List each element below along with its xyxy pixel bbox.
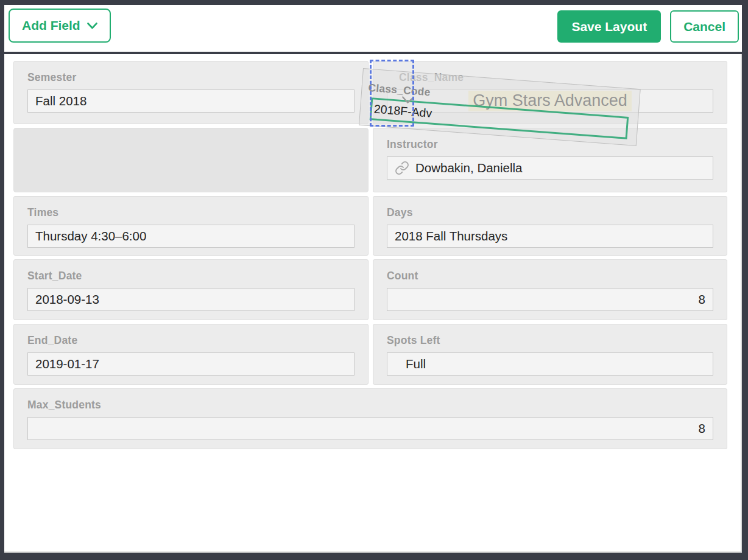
vacated-field-slot[interactable] (13, 128, 369, 192)
times-value: Thursday 4:30–6:00 (35, 229, 146, 243)
field-label: Semester (27, 71, 355, 84)
field-label: Instructor (387, 138, 713, 151)
instructor-input[interactable]: Dowbakin, Daniella (387, 156, 713, 180)
link-icon (395, 161, 409, 175)
chevron-down-icon (87, 23, 97, 29)
field-label: Max_Students (27, 399, 713, 411)
instructor-value: Dowbakin, Daniella (415, 161, 522, 175)
add-field-button[interactable]: Add Field (9, 9, 111, 43)
field-label: Spots Left (387, 334, 713, 347)
field-label: Days (387, 206, 713, 219)
count-input[interactable]: 8 (387, 288, 713, 311)
days-input[interactable]: 2018 Fall Thursdays (387, 225, 713, 248)
max-students-value: 8 (699, 421, 705, 436)
days-value: 2018 Fall Thursdays (395, 229, 507, 243)
add-field-label: Add Field (22, 18, 80, 33)
field-label: End_Date (27, 334, 355, 347)
start-date-input[interactable]: 2018-09-13 (27, 288, 355, 311)
field-semester: Semester Fall 2018 (13, 61, 369, 124)
field-days: Days 2018 Fall Thursdays (373, 196, 727, 256)
toolbar: Add Field Save Layout Cancel (4, 5, 742, 52)
field-max-students: Max_Students 8 (13, 388, 727, 449)
layout-editor: { "toolbar": { "add_field_label": "Add F… (0, 0, 748, 560)
start-date-value: 2018-09-13 (35, 292, 99, 307)
count-value: 8 (699, 292, 705, 307)
save-layout-button[interactable]: Save Layout (557, 10, 661, 43)
field-label: Times (27, 206, 355, 219)
semester-value: Fall 2018 (35, 94, 86, 108)
field-end-date: End_Date 2019-01-17 (13, 324, 369, 385)
field-label: Count (387, 270, 713, 282)
field-times: Times Thursday 4:30–6:00 (13, 196, 369, 256)
field-label: Start_Date (27, 270, 355, 282)
field-start-date: Start_Date 2018-09-13 (13, 259, 369, 320)
cancel-button[interactable]: Cancel (670, 10, 739, 43)
max-students-input[interactable]: 8 (27, 417, 713, 440)
times-input[interactable]: Thursday 4:30–6:00 (27, 225, 355, 248)
end-date-value: 2019-01-17 (35, 357, 99, 371)
spots-left-value: Full (406, 357, 426, 371)
field-spots-left: Spots Left Full (373, 324, 727, 385)
field-count: Count 8 (373, 259, 727, 320)
drop-target-placeholder[interactable] (370, 60, 414, 127)
spots-left-input[interactable]: Full (387, 352, 713, 376)
toolbar-actions: Save Layout Cancel (557, 10, 739, 43)
end-date-input[interactable]: 2019-01-17 (27, 352, 355, 376)
semester-input[interactable]: Fall 2018 (27, 89, 355, 113)
